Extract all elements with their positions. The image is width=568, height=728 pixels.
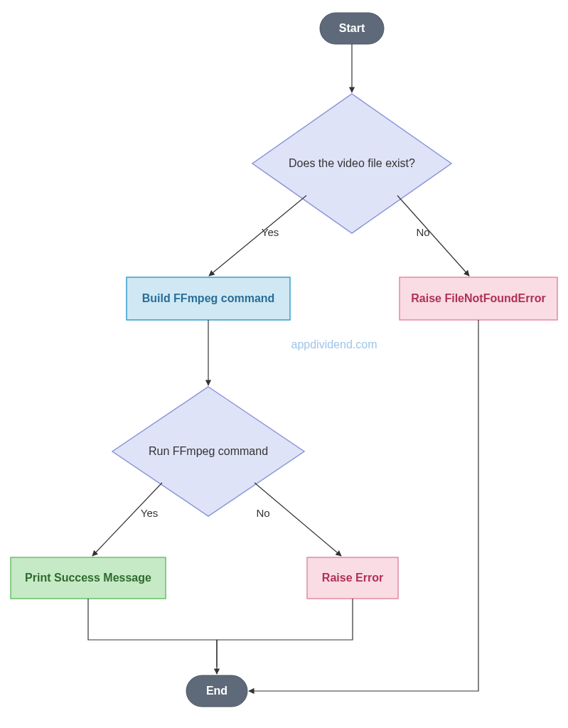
edge-filenotfound-end <box>249 320 478 691</box>
decision-run-ffmpeg: Run FFmpeg command <box>112 387 304 516</box>
success-node: Print Success Message <box>11 557 166 599</box>
decision2-label: Run FFmpeg command <box>149 445 268 457</box>
raise-error-node: Raise Error <box>307 557 398 599</box>
raiseerror-label: Raise Error <box>322 572 383 584</box>
edge-raiseerror-merge <box>217 599 353 640</box>
filenotfound-label: Raise FileNotFoundError <box>411 292 545 304</box>
edge-decision2-no <box>254 483 341 556</box>
end-node: End <box>186 675 247 707</box>
end-label: End <box>206 685 227 697</box>
edge-decision1-no <box>397 196 469 276</box>
success-label: Print Success Message <box>25 572 151 584</box>
edge-label-yes2: Yes <box>141 507 158 519</box>
build-ffmpeg-node: Build FFmpeg command <box>127 277 290 320</box>
edge-decision2-yes <box>92 483 162 556</box>
edge-success-merge <box>88 599 217 667</box>
decision-file-exists: Does the video file exist? <box>252 94 451 233</box>
file-not-found-node: Raise FileNotFoundError <box>400 277 557 320</box>
start-label: Start <box>339 22 365 34</box>
edge-label-yes1: Yes <box>262 226 279 238</box>
edge-label-no1: No <box>416 226 429 238</box>
start-node: Start <box>320 13 384 44</box>
edge-decision1-yes <box>209 196 306 276</box>
flowchart-canvas: Start Does the video file exist? Yes No … <box>0 0 568 728</box>
watermark-text: appdividend.com <box>291 338 377 350</box>
decision1-label: Does the video file exist? <box>289 157 415 169</box>
build-label: Build FFmpeg command <box>142 292 275 304</box>
edge-label-no2: No <box>256 507 269 519</box>
